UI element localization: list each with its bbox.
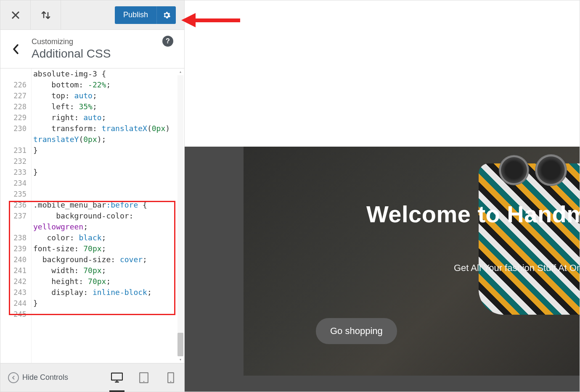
line-number: 238 bbox=[0, 232, 32, 243]
help-button[interactable]: ? bbox=[162, 36, 173, 47]
code-line[interactable]: 242 height: 70px; bbox=[0, 276, 184, 287]
close-button[interactable] bbox=[0, 0, 31, 30]
scroll-thumb[interactable] bbox=[177, 333, 183, 356]
code-line[interactable]: 230 transform: translateX(0px) bbox=[0, 123, 184, 134]
section-title: Additional CSS bbox=[32, 47, 162, 61]
back-button[interactable] bbox=[0, 44, 32, 55]
line-number: 233 bbox=[0, 167, 32, 178]
line-content[interactable]: yellowgreen; bbox=[32, 221, 88, 232]
line-content[interactable]: left: 35%; bbox=[32, 101, 97, 112]
top-toolbar: Publish bbox=[0, 0, 184, 30]
gear-icon bbox=[162, 11, 171, 19]
line-content[interactable] bbox=[32, 309, 33, 320]
code-line[interactable]: 234 bbox=[0, 178, 184, 189]
publish-button[interactable]: Publish bbox=[115, 6, 156, 24]
tablet-icon bbox=[139, 372, 148, 383]
chevron-left-circle-icon bbox=[8, 372, 19, 383]
x-icon bbox=[11, 11, 20, 20]
scrollbar[interactable]: ▴ ▾ bbox=[177, 69, 183, 362]
line-content[interactable]: color: black; bbox=[32, 232, 106, 243]
code-line[interactable]: absolute-img-3 { bbox=[0, 68, 184, 79]
code-line[interactable]: 238 color: black; bbox=[0, 232, 184, 243]
code-line[interactable]: 229 right: auto; bbox=[0, 112, 184, 123]
code-line[interactable]: translateY(0px); bbox=[0, 134, 184, 145]
tablet-preview-button[interactable] bbox=[138, 372, 150, 384]
section-eyebrow: Customizing bbox=[32, 37, 162, 46]
hide-controls-label: Hide Controls bbox=[22, 373, 68, 382]
svg-point-2 bbox=[143, 381, 145, 382]
code-line[interactable]: 236.mobile_menu_bar:before { bbox=[0, 200, 184, 210]
scroll-down-icon[interactable]: ▾ bbox=[177, 357, 183, 362]
desktop-preview-button[interactable] bbox=[111, 372, 123, 384]
scroll-track[interactable] bbox=[177, 75, 183, 356]
section-header: Customizing Additional CSS ? bbox=[0, 30, 184, 68]
up-down-arrows-icon bbox=[40, 9, 52, 21]
code-line[interactable]: 233} bbox=[0, 167, 184, 178]
line-content[interactable]: background-color: bbox=[32, 210, 133, 221]
css-editor[interactable]: absolute-img-3 {226 bottom: -22%;227 top… bbox=[0, 68, 184, 363]
bottom-toolbar: Hide Controls bbox=[0, 363, 184, 392]
line-content[interactable]: bottom: -22%; bbox=[32, 79, 111, 90]
scroll-up-icon[interactable]: ▴ bbox=[177, 69, 183, 74]
line-number: 234 bbox=[0, 178, 32, 189]
chevron-left-icon bbox=[12, 44, 20, 55]
hero-title: Welcome to Handmade bbox=[366, 200, 580, 228]
live-preview: Welcome to Handmade Get All Your fashion… bbox=[185, 0, 580, 392]
line-content[interactable]: top: auto; bbox=[32, 90, 97, 101]
line-content[interactable] bbox=[32, 156, 33, 167]
code-line[interactable]: 245 bbox=[0, 309, 184, 320]
line-number: 244 bbox=[0, 298, 32, 309]
app-root: Publish Customizing Additional CSS ? abs… bbox=[0, 0, 580, 392]
line-content[interactable]: right: auto; bbox=[32, 112, 106, 123]
line-number: 229 bbox=[0, 112, 32, 123]
go-shopping-button[interactable]: Go shopping bbox=[316, 318, 397, 344]
line-content[interactable]: height: 70px; bbox=[32, 276, 111, 287]
code-line[interactable]: 232 bbox=[0, 156, 184, 167]
line-number: 228 bbox=[0, 101, 32, 112]
code-line[interactable]: 235 bbox=[0, 189, 184, 200]
line-content[interactable]: absolute-img-3 { bbox=[32, 68, 106, 79]
code-line[interactable]: 239font-size: 70px; bbox=[0, 243, 184, 254]
line-number bbox=[0, 221, 32, 232]
line-number: 242 bbox=[0, 276, 32, 287]
code-line[interactable]: 241 width: 70px; bbox=[0, 265, 184, 276]
line-content[interactable]: } bbox=[32, 167, 38, 178]
line-content[interactable]: } bbox=[32, 145, 38, 156]
line-content[interactable] bbox=[32, 178, 33, 189]
publish-settings-button[interactable] bbox=[156, 6, 176, 24]
line-content[interactable]: .mobile_menu_bar:before { bbox=[32, 200, 147, 210]
line-content[interactable] bbox=[32, 189, 33, 200]
mobile-preview-button[interactable] bbox=[165, 372, 177, 384]
line-number: 235 bbox=[0, 189, 32, 200]
svg-rect-0 bbox=[111, 373, 122, 380]
line-number: 240 bbox=[0, 254, 32, 265]
code-line[interactable]: 227 top: auto; bbox=[0, 90, 184, 101]
line-content[interactable]: translateY(0px); bbox=[32, 134, 106, 145]
code-line[interactable]: 237 background-color: bbox=[0, 210, 184, 221]
code-line[interactable]: 244} bbox=[0, 298, 184, 309]
hero-section: Welcome to Handmade Get All Your fashion… bbox=[244, 147, 580, 376]
sunglasses-right-icon bbox=[535, 154, 567, 186]
code-line[interactable]: 240 background-size: cover; bbox=[0, 254, 184, 265]
svg-point-4 bbox=[170, 381, 171, 381]
line-content[interactable]: width: 70px; bbox=[32, 265, 106, 276]
line-content[interactable]: font-size: 70px; bbox=[32, 243, 106, 254]
code-line[interactable]: 226 bottom: -22%; bbox=[0, 79, 184, 90]
line-number: 232 bbox=[0, 156, 32, 167]
toggle-button[interactable] bbox=[31, 0, 61, 30]
hero-subtitle: Get All Your fashion Stuff At One Place bbox=[454, 263, 580, 274]
line-number bbox=[0, 68, 32, 79]
line-content[interactable]: } bbox=[32, 298, 38, 309]
code-line[interactable]: 243 display: inline-block; bbox=[0, 287, 184, 298]
code-line[interactable]: 228 left: 35%; bbox=[0, 101, 184, 112]
line-number: 226 bbox=[0, 79, 32, 90]
hide-controls-button[interactable]: Hide Controls bbox=[8, 372, 68, 383]
line-content[interactable]: transform: translateX(0px) bbox=[32, 123, 175, 134]
sunglasses-left-icon bbox=[499, 155, 529, 185]
line-number: 239 bbox=[0, 243, 32, 254]
line-number: 236 bbox=[0, 200, 32, 210]
code-line[interactable]: yellowgreen; bbox=[0, 221, 184, 232]
line-content[interactable]: display: inline-block; bbox=[32, 287, 152, 298]
code-line[interactable]: 231} bbox=[0, 145, 184, 156]
line-content[interactable]: background-size: cover; bbox=[32, 254, 147, 265]
